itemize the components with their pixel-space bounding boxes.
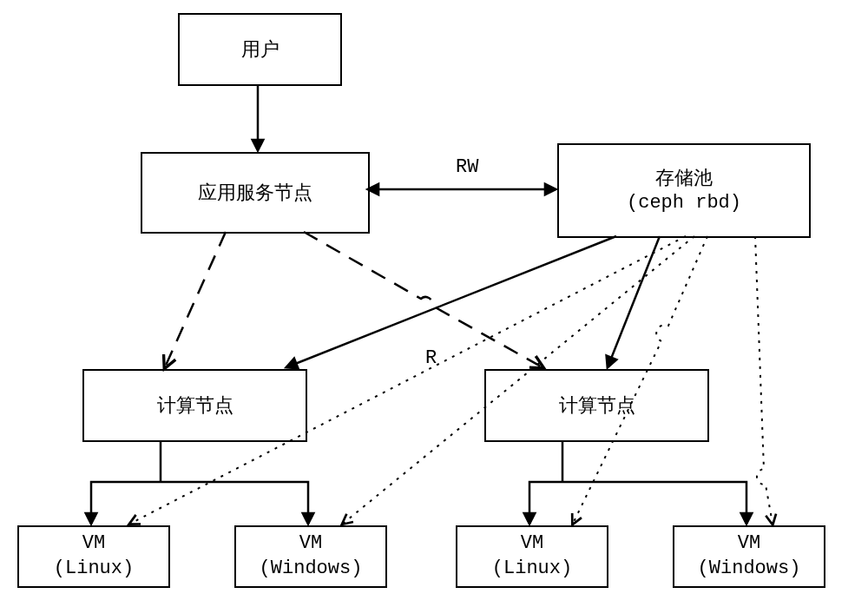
edge-storage-vm4 — [755, 236, 773, 524]
vm-windows-1-box: VM (Windows) — [234, 525, 387, 588]
storage-pool-box: 存储池 (ceph rbd) — [557, 143, 811, 238]
vm4-line1: VM — [738, 531, 760, 557]
compute-node-left-label: 计算节点 — [157, 393, 233, 419]
app-service-label: 应用服务节点 — [198, 181, 312, 206]
edge-storage-compute-left — [286, 236, 616, 367]
storage-pool-line1: 存储池 — [655, 166, 713, 191]
connector-lines: compute left (dashed) --> compute right … — [0, 0, 868, 607]
app-service-box: 应用服务节点 — [141, 152, 370, 234]
edge-compute-left-tree — [91, 440, 308, 524]
compute-node-right-label: 计算节点 — [559, 393, 635, 419]
vm-windows-2-box: VM (Windows) — [673, 525, 825, 588]
vm3-line2: (Linux) — [492, 557, 572, 582]
edge-storage-compute-right — [608, 236, 660, 367]
vm2-line1: VM — [299, 531, 322, 557]
user-label: 用户 — [241, 37, 279, 63]
vm1-line2: (Linux) — [54, 557, 134, 582]
vm-linux-1-box: VM (Linux) — [17, 525, 170, 588]
vm2-line2: (Windows) — [260, 557, 363, 582]
rw-label: RW — [456, 156, 478, 178]
storage-pool-line2: (ceph rbd) — [627, 191, 741, 216]
vm1-line1: VM — [82, 531, 105, 557]
r-label: R — [425, 347, 437, 369]
vm-linux-2-box: VM (Linux) — [456, 525, 608, 588]
edge-app-compute-left — [165, 232, 226, 367]
vm4-line2: (Windows) — [698, 557, 801, 582]
edge-compute-right-tree — [529, 440, 746, 524]
compute-node-left-box: 计算节点 — [82, 369, 307, 442]
user-box: 用户 — [178, 13, 342, 86]
compute-node-right-box: 计算节点 — [484, 369, 709, 442]
edge-app-compute-right — [304, 232, 542, 367]
vm3-line1: VM — [521, 531, 543, 557]
